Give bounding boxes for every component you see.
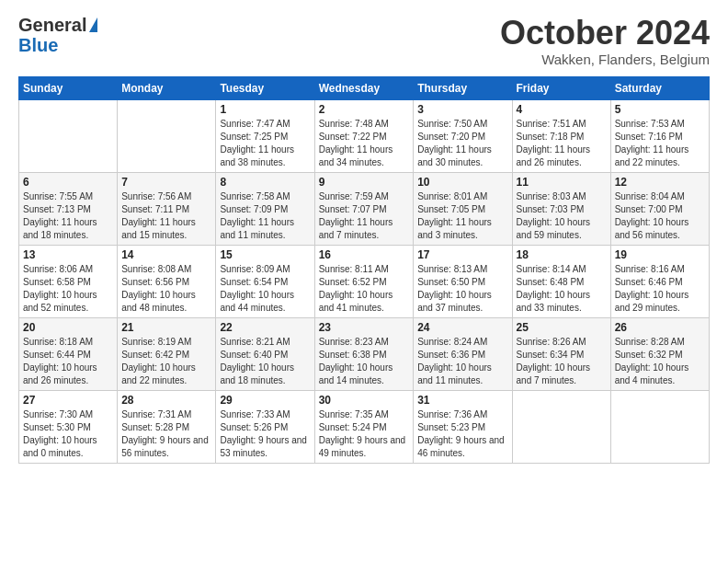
day-info: Sunrise: 7:35 AM Sunset: 5:24 PM Dayligh… (319, 408, 410, 460)
day-info: Sunrise: 8:06 AM Sunset: 6:58 PM Dayligh… (23, 263, 113, 315)
calendar-cell: 3Sunrise: 7:50 AM Sunset: 7:20 PM Daylig… (414, 99, 512, 172)
calendar-cell: 21Sunrise: 8:19 AM Sunset: 6:42 PM Dayli… (118, 317, 216, 390)
day-info: Sunrise: 8:04 AM Sunset: 7:00 PM Dayligh… (615, 190, 705, 242)
day-number: 9 (319, 176, 410, 189)
calendar-cell: 13Sunrise: 8:06 AM Sunset: 6:58 PM Dayli… (19, 245, 118, 317)
day-info: Sunrise: 8:03 AM Sunset: 7:03 PM Dayligh… (517, 190, 607, 242)
calendar-cell: 29Sunrise: 7:33 AM Sunset: 5:26 PM Dayli… (216, 390, 314, 463)
day-number: 24 (417, 321, 507, 334)
day-info: Sunrise: 7:53 AM Sunset: 7:16 PM Dayligh… (615, 118, 705, 169)
calendar-cell: 2Sunrise: 7:48 AM Sunset: 7:22 PM Daylig… (314, 99, 414, 172)
page: General Blue October 2024 Wakken, Flande… (0, 0, 728, 563)
calendar-week-row: 1Sunrise: 7:47 AM Sunset: 7:25 PM Daylig… (19, 99, 710, 172)
calendar-week-row: 20Sunrise: 8:18 AM Sunset: 6:44 PM Dayli… (19, 317, 710, 390)
day-number: 10 (417, 176, 507, 189)
day-number: 12 (615, 176, 705, 189)
calendar-cell: 22Sunrise: 8:21 AM Sunset: 6:40 PM Dayli… (216, 317, 314, 390)
day-number: 14 (121, 248, 211, 261)
day-info: Sunrise: 7:58 AM Sunset: 7:09 PM Dayligh… (220, 190, 310, 242)
day-number: 3 (417, 103, 507, 116)
calendar-cell: 28Sunrise: 7:31 AM Sunset: 5:28 PM Dayli… (118, 390, 216, 463)
calendar-cell: 8Sunrise: 7:58 AM Sunset: 7:09 PM Daylig… (216, 172, 314, 245)
day-info: Sunrise: 7:59 AM Sunset: 7:07 PM Dayligh… (319, 190, 410, 242)
day-number: 30 (319, 394, 410, 407)
day-info: Sunrise: 8:13 AM Sunset: 6:50 PM Dayligh… (417, 263, 507, 315)
day-info: Sunrise: 7:50 AM Sunset: 7:20 PM Dayligh… (417, 118, 507, 169)
calendar-week-row: 13Sunrise: 8:06 AM Sunset: 6:58 PM Dayli… (19, 245, 710, 317)
logo-blue: Blue (18, 35, 58, 55)
calendar-cell: 19Sunrise: 8:16 AM Sunset: 6:46 PM Dayli… (610, 245, 709, 317)
day-info: Sunrise: 8:19 AM Sunset: 6:42 PM Dayligh… (121, 336, 211, 387)
day-number: 17 (417, 248, 507, 261)
calendar-cell: 5Sunrise: 7:53 AM Sunset: 7:16 PM Daylig… (610, 99, 709, 172)
weekday-header: Monday (118, 76, 216, 99)
calendar-cell: 20Sunrise: 8:18 AM Sunset: 6:44 PM Dayli… (19, 317, 118, 390)
location: Wakken, Flanders, Belgium (500, 52, 710, 67)
calendar-cell: 16Sunrise: 8:11 AM Sunset: 6:52 PM Dayli… (314, 245, 414, 317)
day-number: 8 (220, 176, 310, 189)
calendar-cell (512, 390, 610, 463)
calendar-cell: 17Sunrise: 8:13 AM Sunset: 6:50 PM Dayli… (414, 245, 512, 317)
calendar-cell: 14Sunrise: 8:08 AM Sunset: 6:56 PM Dayli… (118, 245, 216, 317)
day-info: Sunrise: 8:09 AM Sunset: 6:54 PM Dayligh… (220, 263, 310, 315)
day-info: Sunrise: 8:16 AM Sunset: 6:46 PM Dayligh… (615, 263, 705, 315)
calendar-header-row: SundayMondayTuesdayWednesdayThursdayFrid… (19, 76, 710, 99)
calendar-cell (19, 99, 118, 172)
calendar-cell (118, 99, 216, 172)
day-info: Sunrise: 8:18 AM Sunset: 6:44 PM Dayligh… (23, 336, 113, 387)
day-info: Sunrise: 8:08 AM Sunset: 6:56 PM Dayligh… (121, 263, 211, 315)
weekday-header: Thursday (414, 76, 512, 99)
calendar-week-row: 6Sunrise: 7:55 AM Sunset: 7:13 PM Daylig… (19, 172, 710, 245)
logo-triangle-icon (89, 17, 97, 32)
calendar-cell: 27Sunrise: 7:30 AM Sunset: 5:30 PM Dayli… (19, 390, 118, 463)
day-number: 5 (615, 103, 705, 116)
calendar-cell: 12Sunrise: 8:04 AM Sunset: 7:00 PM Dayli… (610, 172, 709, 245)
logo: General Blue (18, 15, 97, 55)
weekday-header: Saturday (610, 76, 709, 99)
day-info: Sunrise: 8:14 AM Sunset: 6:48 PM Dayligh… (517, 263, 607, 315)
day-number: 7 (121, 176, 211, 189)
calendar-cell: 11Sunrise: 8:03 AM Sunset: 7:03 PM Dayli… (512, 172, 610, 245)
weekday-header: Friday (512, 76, 610, 99)
calendar-cell: 23Sunrise: 8:23 AM Sunset: 6:38 PM Dayli… (314, 317, 414, 390)
day-info: Sunrise: 7:30 AM Sunset: 5:30 PM Dayligh… (23, 408, 113, 460)
month-title: October 2024 (500, 15, 710, 52)
day-info: Sunrise: 7:48 AM Sunset: 7:22 PM Dayligh… (319, 118, 410, 169)
title-block: October 2024 Wakken, Flanders, Belgium (500, 15, 710, 67)
calendar-cell: 24Sunrise: 8:24 AM Sunset: 6:36 PM Dayli… (414, 317, 512, 390)
day-number: 11 (517, 176, 607, 189)
day-info: Sunrise: 7:56 AM Sunset: 7:11 PM Dayligh… (121, 190, 211, 242)
day-number: 4 (517, 103, 607, 116)
day-info: Sunrise: 8:11 AM Sunset: 6:52 PM Dayligh… (319, 263, 410, 315)
day-info: Sunrise: 7:55 AM Sunset: 7:13 PM Dayligh… (23, 190, 113, 242)
calendar-cell: 26Sunrise: 8:28 AM Sunset: 6:32 PM Dayli… (610, 317, 709, 390)
day-number: 1 (220, 103, 310, 116)
calendar-cell: 9Sunrise: 7:59 AM Sunset: 7:07 PM Daylig… (314, 172, 414, 245)
day-number: 18 (517, 248, 607, 261)
calendar-week-row: 27Sunrise: 7:30 AM Sunset: 5:30 PM Dayli… (19, 390, 710, 463)
weekday-header: Tuesday (216, 76, 314, 99)
calendar-cell: 15Sunrise: 8:09 AM Sunset: 6:54 PM Dayli… (216, 245, 314, 317)
day-info: Sunrise: 8:24 AM Sunset: 6:36 PM Dayligh… (417, 336, 507, 387)
day-number: 22 (220, 321, 310, 334)
day-number: 20 (23, 321, 113, 334)
day-info: Sunrise: 8:01 AM Sunset: 7:05 PM Dayligh… (417, 190, 507, 242)
day-number: 23 (319, 321, 410, 334)
day-info: Sunrise: 7:33 AM Sunset: 5:26 PM Dayligh… (220, 408, 310, 460)
day-number: 27 (23, 394, 113, 407)
calendar-cell (610, 390, 709, 463)
calendar-cell: 4Sunrise: 7:51 AM Sunset: 7:18 PM Daylig… (512, 99, 610, 172)
day-number: 31 (417, 394, 507, 407)
day-info: Sunrise: 7:51 AM Sunset: 7:18 PM Dayligh… (517, 118, 607, 169)
day-number: 16 (319, 248, 410, 261)
day-number: 26 (615, 321, 705, 334)
day-number: 6 (23, 176, 113, 189)
day-info: Sunrise: 8:28 AM Sunset: 6:32 PM Dayligh… (615, 336, 705, 387)
day-number: 21 (121, 321, 211, 334)
weekday-header: Sunday (19, 76, 118, 99)
day-info: Sunrise: 8:23 AM Sunset: 6:38 PM Dayligh… (319, 336, 410, 387)
day-number: 13 (23, 248, 113, 261)
calendar-cell: 18Sunrise: 8:14 AM Sunset: 6:48 PM Dayli… (512, 245, 610, 317)
weekday-header: Wednesday (314, 76, 414, 99)
day-number: 29 (220, 394, 310, 407)
